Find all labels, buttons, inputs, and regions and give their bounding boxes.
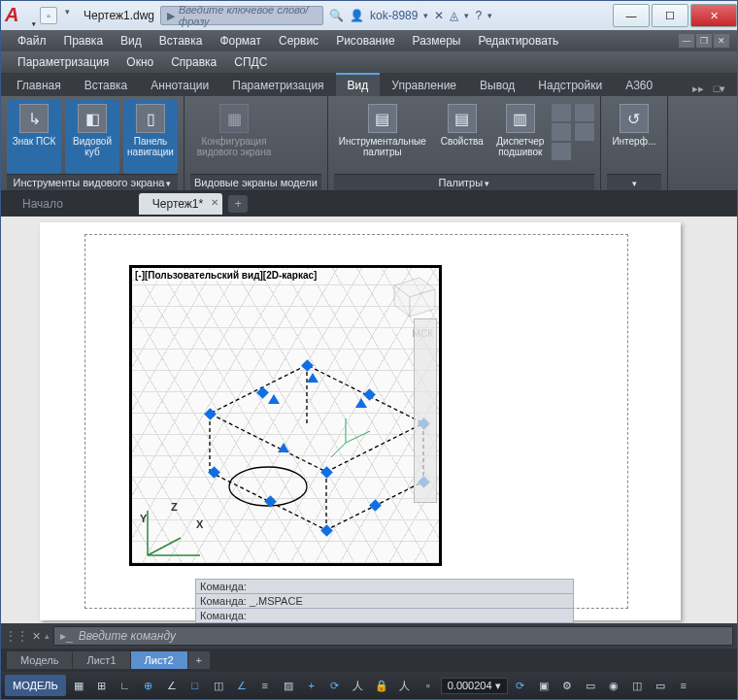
minimize-button[interactable]: —: [613, 4, 650, 27]
lineweight-icon[interactable]: ≡: [254, 675, 276, 696]
polar-icon[interactable]: ⊕: [138, 675, 159, 696]
tab-drawing1[interactable]: Чертеж1*✕: [139, 193, 222, 215]
exchange-icon[interactable]: ✕: [434, 9, 444, 22]
tab-start[interactable]: Начало: [5, 193, 81, 215]
annotation-icon[interactable]: 人: [348, 675, 369, 696]
menu-service[interactable]: Сервис: [270, 32, 327, 50]
menu-dimension[interactable]: Размеры: [404, 32, 470, 50]
navigation-bar[interactable]: [414, 318, 437, 503]
rtab-addins[interactable]: Надстройки: [526, 75, 614, 96]
dynamic-input-icon[interactable]: +: [301, 675, 322, 696]
menu-help[interactable]: Справка: [162, 53, 225, 71]
menu-draw[interactable]: Рисование: [327, 32, 403, 50]
rtab-a360[interactable]: A360: [614, 75, 664, 96]
sub-minimize-icon[interactable]: —: [679, 34, 694, 48]
menu-file[interactable]: Файл: [9, 32, 55, 50]
menu-insert[interactable]: Вставка: [151, 32, 212, 50]
layout-add-button[interactable]: +: [188, 651, 210, 669]
panel-title-vptools[interactable]: Инструменты видового экрана▾: [7, 174, 178, 190]
palette-small-4-icon[interactable]: [575, 104, 594, 121]
rtab-output[interactable]: Вывод: [468, 75, 526, 96]
sub-close-icon[interactable]: ✕: [714, 34, 729, 48]
vp-sync-icon[interactable]: ⟳: [510, 675, 531, 696]
layout-sheet1[interactable]: Лист1: [73, 651, 129, 669]
viewport-scale[interactable]: 0.000204 ▾: [441, 678, 508, 694]
cycling-icon[interactable]: ⟳: [324, 675, 346, 696]
user-name[interactable]: kok-8989: [370, 9, 418, 22]
tab-add-button[interactable]: +: [228, 195, 248, 213]
menu-view[interactable]: Вид: [112, 32, 151, 50]
osnap-icon[interactable]: □: [184, 675, 206, 696]
cmd-grip-icon[interactable]: ⋮⋮: [5, 629, 28, 643]
clean-icon[interactable]: ▭: [650, 675, 671, 696]
rtab-annotate[interactable]: Аннотации: [139, 75, 220, 96]
transparency-icon[interactable]: ▨: [278, 675, 299, 696]
snap-icon[interactable]: ⊞: [91, 675, 113, 696]
ucs-icon-button[interactable]: ↳Знак ПСК: [7, 100, 61, 174]
work-area[interactable]: [-][Пользовательский вид][2D-каркас] МСК: [1, 217, 737, 623]
menu-parametric[interactable]: Параметризация: [9, 53, 117, 71]
isolate-icon[interactable]: ◫: [626, 675, 648, 696]
palette-small-1-icon[interactable]: [552, 104, 571, 121]
command-input[interactable]: ▸_ Введите команду: [53, 626, 733, 646]
face-arrow[interactable]: [355, 398, 367, 408]
help-icon[interactable]: ?: [475, 9, 482, 22]
tab-close-icon[interactable]: ✕: [211, 197, 218, 208]
palette-small-3-icon[interactable]: [552, 143, 571, 160]
ribbon-collapse-icon[interactable]: □▾: [712, 81, 727, 96]
panel-title-palettes[interactable]: Палитры▾: [334, 174, 594, 190]
viewcube-button[interactable]: ◧Видовой куб: [65, 100, 119, 174]
search-icon[interactable]: 🔍: [329, 9, 344, 22]
palette-small-5-icon[interactable]: [575, 123, 594, 141]
rtab-insert[interactable]: Вставка: [73, 75, 140, 96]
monitor-icon[interactable]: ▭: [580, 675, 601, 696]
3dosnap-icon[interactable]: ◫: [208, 675, 229, 696]
rtab-manage[interactable]: Управление: [380, 75, 468, 96]
search-input[interactable]: ▶ Введите ключевое слово/фразу: [160, 6, 323, 25]
navbar-button[interactable]: ▯Панель навигации: [123, 100, 178, 174]
viewport[interactable]: [-][Пользовательский вид][2D-каркас] МСК: [129, 265, 442, 566]
layout-model[interactable]: Модель: [7, 651, 72, 669]
menu-modify[interactable]: Редактировать: [469, 32, 567, 50]
signin-icon[interactable]: 👤: [350, 9, 364, 22]
hardware-icon[interactable]: ◉: [603, 675, 624, 696]
grid-icon[interactable]: ▦: [68, 675, 89, 696]
face-arrow[interactable]: [307, 373, 319, 383]
palette-small-2-icon[interactable]: [552, 123, 571, 141]
customize-icon[interactable]: ≡: [673, 675, 694, 696]
scale-lock-icon[interactable]: 🔒: [371, 675, 392, 696]
app-logo[interactable]: A: [5, 4, 32, 27]
panel-title-interface[interactable]: ▾: [607, 174, 661, 190]
featured-apps-icon[interactable]: ▸▸: [690, 81, 706, 96]
face-arrow[interactable]: [278, 443, 289, 452]
a360-icon[interactable]: ◬: [450, 9, 458, 22]
properties-button[interactable]: ▤Свойства: [435, 100, 489, 174]
face-arrow[interactable]: [268, 394, 280, 404]
maximize-button[interactable]: ☐: [652, 4, 688, 27]
rtab-home[interactable]: Главная: [5, 75, 73, 96]
rtab-view[interactable]: Вид: [336, 73, 381, 96]
rtab-parametric[interactable]: Параметризация: [220, 75, 335, 96]
iso-icon[interactable]: ∠: [161, 675, 183, 696]
interface-button[interactable]: ↺Интерф...: [607, 100, 661, 174]
cmd-close-icon[interactable]: ✕: [32, 630, 41, 643]
layout-sheet2[interactable]: Лист2: [131, 651, 187, 669]
sheetset-button[interactable]: ▥Диспетчер подшивок: [493, 100, 548, 174]
workspace-icon[interactable]: ⚙: [556, 675, 578, 696]
otrack-icon[interactable]: ∠: [231, 675, 252, 696]
panel-title-modelvp[interactable]: Видовые экраны модели: [190, 174, 321, 190]
menu-edit[interactable]: Правка: [55, 32, 113, 50]
qat-new-icon[interactable]: ▫: [40, 7, 57, 24]
close-button[interactable]: ✕: [690, 4, 737, 27]
menu-window[interactable]: Окно: [117, 53, 162, 71]
annoscale-icon[interactable]: 人: [394, 675, 416, 696]
vpscale-icon[interactable]: ▫: [418, 675, 439, 696]
menu-format[interactable]: Формат: [211, 32, 270, 50]
ortho-icon[interactable]: ∟: [115, 675, 136, 696]
qat-dropdown-icon[interactable]: ▾: [60, 7, 74, 24]
space-toggle[interactable]: МОДЕЛЬ: [5, 675, 66, 696]
menu-spds[interactable]: СПДС: [225, 53, 276, 71]
sub-restore-icon[interactable]: ❐: [696, 34, 712, 48]
vp-maximize-icon[interactable]: ▣: [533, 675, 554, 696]
tool-palettes-button[interactable]: ▤Инструментальные палитры: [334, 100, 431, 174]
